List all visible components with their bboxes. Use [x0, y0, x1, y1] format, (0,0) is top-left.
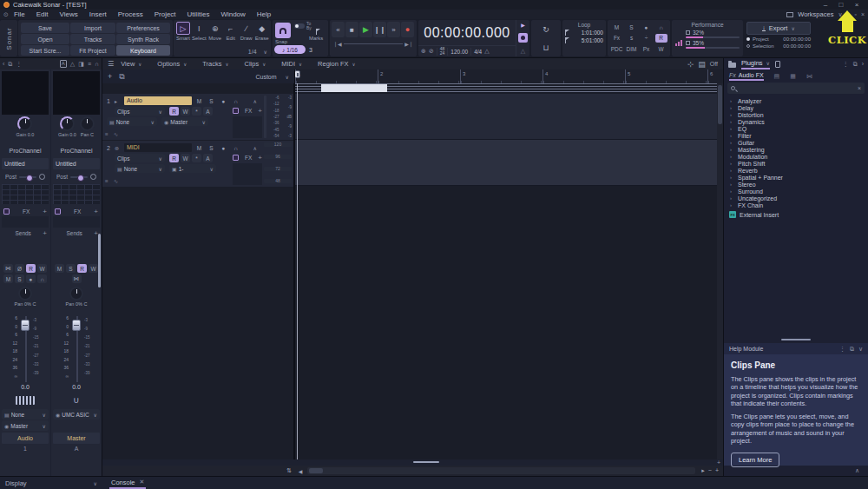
record-mode-button[interactable] — [518, 33, 528, 43]
chevron-right-icon[interactable]: › — [730, 175, 734, 180]
mix-module-button[interactable]: Px — [641, 45, 653, 54]
menu-item[interactable]: Process — [118, 10, 143, 18]
chevron-right-icon[interactable]: › — [730, 202, 734, 208]
menu-item[interactable]: Window — [220, 10, 245, 18]
snap-to-by-toggle[interactable] — [294, 23, 305, 29]
tool-button[interactable]: ⊕ Move — [208, 22, 222, 41]
add-send-icon[interactable]: + — [43, 229, 47, 237]
loop-start-time[interactable]: 1:01:000 — [569, 30, 603, 36]
notes-tab-icon[interactable] — [775, 61, 780, 68]
fader-thumb[interactable] — [72, 320, 81, 331]
tool-button[interactable]: ∕ Draw — [240, 22, 253, 41]
speaker-tab-icon[interactable]: ◨ — [78, 61, 84, 68]
rewire-tab-icon[interactable]: ⋈ — [806, 73, 812, 80]
metronome-record-icon[interactable]: ⊘ — [429, 48, 434, 55]
strip-button[interactable]: W — [89, 264, 98, 273]
mix-module-button[interactable]: PDC — [611, 45, 623, 54]
mix-module-button[interactable]: ∩ — [655, 23, 667, 31]
output-dropdown[interactable]: ◉ Master ∨ — [2, 420, 49, 431]
duplicate-icon[interactable]: ⧉ — [119, 72, 124, 82]
kebab-menu-icon[interactable]: ⋮ — [16, 61, 22, 68]
chevron-right-icon[interactable]: › — [730, 188, 734, 194]
metronome-toggle-icon[interactable]: △ — [521, 48, 525, 55]
metronome-icon[interactable]: △ — [484, 48, 489, 55]
output-dropdown[interactable]: ◉ UMC ASIC ∨ — [53, 409, 100, 420]
plugin-category[interactable]: › Spatial + Panner — [724, 174, 868, 181]
fx-enable-icon[interactable] — [3, 208, 10, 215]
track-header-midi[interactable]: 2 ⊚ MIDI M S ● ∩ ∧ Clips∨ — [102, 141, 293, 187]
snap-button[interactable] — [275, 23, 291, 38]
time-display[interactable]: 00:00:00.000 — [418, 20, 516, 45]
menu-item[interactable]: Project — [155, 10, 176, 18]
plugin-category[interactable]: › Filter — [724, 132, 868, 139]
splitter-handle[interactable] — [413, 461, 439, 463]
clips-pane[interactable] — [295, 83, 723, 459]
fx-enable-icon[interactable] — [233, 155, 239, 161]
stop-button[interactable]: ■ — [345, 22, 358, 37]
monitor-button[interactable]: ∩ — [231, 143, 240, 152]
zoom-in-icon[interactable]: + — [717, 459, 720, 466]
track-lane-midi[interactable] — [295, 140, 723, 186]
fx-bin[interactable] — [233, 163, 262, 185]
audio-fx-tab[interactable]: FxAudio FX — [729, 72, 764, 81]
chevron-right-icon[interactable]: › — [730, 133, 734, 138]
solo-button[interactable]: S — [207, 143, 216, 152]
trackview-menu[interactable]: Region FX∨ — [318, 60, 355, 68]
menu-item[interactable]: File — [14, 10, 25, 18]
popout-icon[interactable]: ⧉ — [850, 346, 854, 353]
plugin-category[interactable]: › Distortion — [724, 111, 868, 118]
scroll-left-icon[interactable]: ◀ — [295, 468, 306, 474]
scroll-right-icon[interactable]: ▸ — [701, 467, 705, 474]
plugin-category[interactable]: › Modulation — [724, 153, 868, 160]
volume-fader[interactable]: 60612182436∞ -3-9-15-21-27-33-39 — [0, 313, 50, 384]
fx-bin[interactable] — [53, 216, 100, 228]
pan-knob[interactable] — [69, 287, 83, 301]
edit-filter-dropdown[interactable]: Clips∨ — [115, 107, 165, 116]
track-expand-icon[interactable]: ▸ — [115, 98, 122, 104]
menu-item[interactable]: Edit — [36, 10, 49, 18]
chevron-right-icon[interactable]: › — [730, 147, 734, 152]
add-fx-icon[interactable]: + — [43, 208, 47, 215]
app-menu-icon[interactable]: ⊙ — [3, 11, 9, 18]
kebab-menu-icon[interactable]: ⋮ — [843, 61, 849, 68]
volume-fader[interactable]: 60612182436∞ -3-9-15-21-27-33-39 — [51, 313, 102, 384]
chevron-down-icon[interactable]: ∨ — [858, 346, 863, 353]
sends-bin[interactable] — [51, 238, 102, 262]
tool-button[interactable]: ◆ Erase — [255, 22, 269, 41]
chevron-right-icon[interactable]: › — [730, 105, 734, 110]
plugin-category[interactable]: › EQ — [724, 125, 868, 132]
freeze-button[interactable]: * — [192, 154, 201, 162]
browser-tab-plugins[interactable]: Plugins∨ — [741, 59, 770, 69]
click-cue[interactable]: CLICK — [828, 10, 866, 46]
mix-module-button[interactable]: DIM — [626, 45, 638, 54]
trackview-menu[interactable]: Clips∨ — [244, 60, 266, 68]
fx-enable-icon[interactable] — [233, 108, 239, 114]
plugin-category[interactable]: › FX Chain — [724, 202, 868, 208]
freeze-button[interactable]: * — [192, 107, 201, 116]
strip-button[interactable]: S — [66, 264, 76, 273]
menu-item[interactable]: Views — [60, 10, 78, 18]
chevron-right-icon[interactable]: › — [730, 195, 734, 201]
clips-bottom-splitter[interactable]: + — [102, 459, 723, 466]
project-module-button[interactable]: Preferences — [116, 23, 170, 33]
play-marker-icon[interactable]: ▶ — [521, 22, 525, 28]
plugin-category[interactable]: › Surround — [724, 188, 868, 195]
tempo-display[interactable]: 120.00 — [450, 49, 468, 55]
midi-fx-tab-icon[interactable]: ▤ — [774, 73, 780, 80]
eq-plot[interactable] — [53, 184, 100, 204]
project-module-button[interactable]: Start Scre... — [21, 45, 69, 56]
plugin-category[interactable]: › Guitar — [724, 139, 868, 146]
external-insert-item[interactable]: FX External Insert — [724, 210, 868, 219]
automation-icon[interactable]: ∿ — [114, 178, 118, 185]
snap-resolution-button[interactable]: ♪ 1/16 — [274, 45, 306, 54]
strip-track-name[interactable]: Master — [53, 433, 100, 444]
tool-button[interactable]: ⌐ Edit — [224, 22, 238, 41]
plugin-category[interactable]: › Reverb — [724, 167, 868, 174]
project-module-button[interactable]: Save — [21, 23, 69, 33]
hamburger-menu-icon[interactable]: ☰ — [108, 60, 114, 68]
mix-module-button[interactable]: ÷ — [641, 34, 653, 43]
strip-name-field[interactable]: Untitled — [2, 158, 49, 169]
track-name[interactable]: Audio — [124, 96, 192, 105]
mute-button[interactable]: M — [194, 143, 204, 152]
sends-bin[interactable] — [0, 238, 50, 262]
